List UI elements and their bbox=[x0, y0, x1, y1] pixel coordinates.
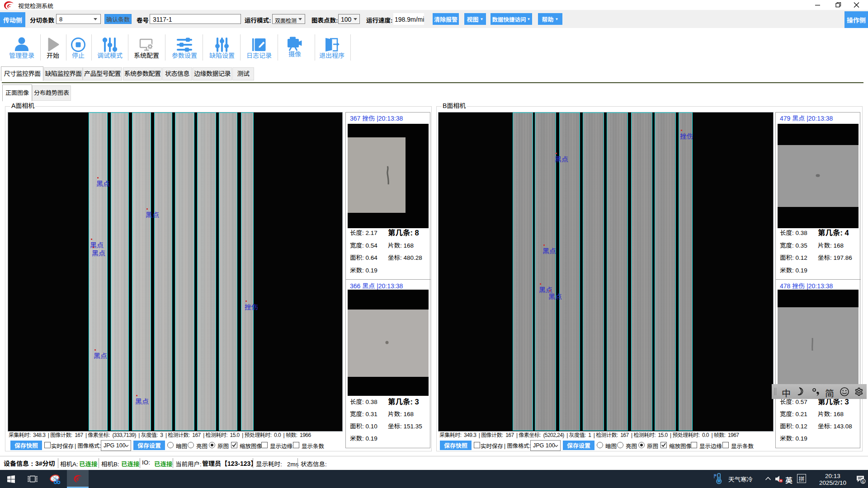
svg-text:6: 6 bbox=[862, 479, 864, 484]
